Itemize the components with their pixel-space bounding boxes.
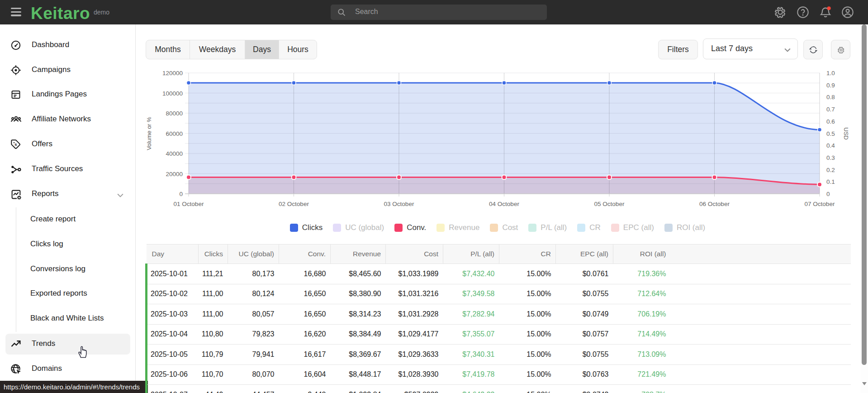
svg-text:60000: 60000 — [166, 130, 183, 137]
svg-text:0.2: 0.2 — [826, 167, 835, 173]
svg-text:02 October: 02 October — [279, 201, 309, 207]
svg-text:0.6: 0.6 — [826, 118, 835, 125]
svg-text:0: 0 — [826, 191, 830, 197]
svg-text:Volume or %: Volume or % — [146, 117, 152, 150]
svg-text:0.3: 0.3 — [826, 154, 835, 161]
svg-text:80000: 80000 — [166, 110, 183, 117]
svg-text:06 October: 06 October — [699, 201, 730, 207]
svg-text:0.8: 0.8 — [826, 94, 835, 101]
svg-text:07 October: 07 October — [805, 201, 835, 207]
svg-text:USD: USD — [843, 127, 849, 139]
svg-text:40000: 40000 — [166, 150, 183, 157]
svg-text:0: 0 — [179, 191, 183, 197]
svg-text:03 October: 03 October — [384, 201, 414, 207]
svg-text:120000: 120000 — [162, 70, 183, 77]
svg-text:0.4: 0.4 — [826, 142, 835, 149]
svg-text:1.0: 1.0 — [826, 70, 835, 77]
svg-text:04 October: 04 October — [489, 201, 519, 207]
svg-text:01 October: 01 October — [174, 201, 204, 207]
svg-text:20000: 20000 — [166, 171, 183, 177]
svg-text:100000: 100000 — [162, 90, 183, 97]
svg-text:05 October: 05 October — [594, 201, 625, 207]
svg-text:s: s — [14, 142, 17, 147]
svg-text:0.7: 0.7 — [826, 106, 835, 113]
svg-text:0.9: 0.9 — [826, 82, 835, 89]
svg-text:0.1: 0.1 — [826, 178, 835, 185]
svg-text:0.5: 0.5 — [826, 130, 835, 137]
